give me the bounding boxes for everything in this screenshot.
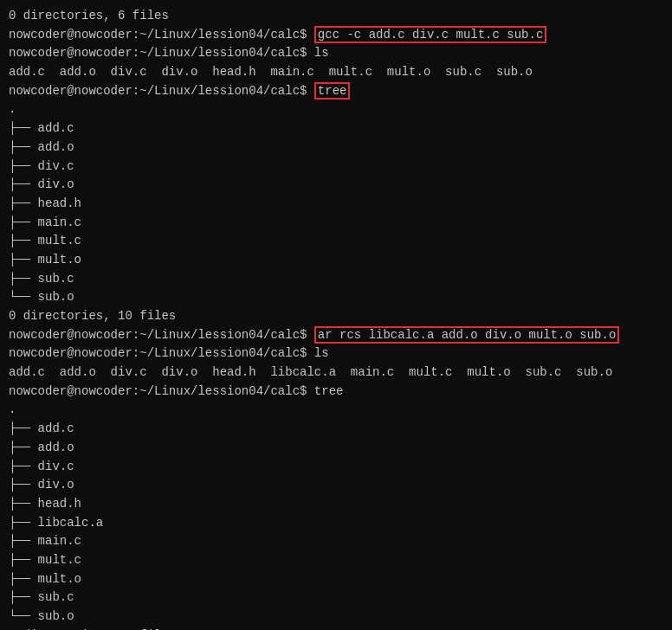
terminal-line: ├── add.o [9, 138, 663, 158]
prompt-text: nowcoder@nowcoder:~/Linux/lession04/calc… [9, 28, 314, 42]
terminal-line: ├── libcalc.a [9, 514, 663, 533]
terminal-line: ├── div.o [9, 176, 663, 195]
highlighted-command: tree [314, 82, 351, 100]
terminal-line: add.c add.o div.c div.o head.h main.c mu… [9, 63, 663, 82]
terminal-line: ├── mult.o [9, 570, 663, 589]
terminal-line: . [9, 100, 663, 119]
terminal-line: ├── mult.c [9, 551, 663, 570]
terminal: 0 directories, 6 filesnowcoder@nowcoder:… [0, 0, 672, 630]
terminal-line: ├── sub.c [9, 588, 663, 608]
terminal-line: ├── add.c [9, 420, 663, 439]
terminal-line: ├── mult.o [9, 251, 663, 270]
terminal-line: ├── main.c [9, 532, 663, 551]
terminal-line: ├── mult.c [9, 232, 663, 251]
terminal-line: ├── div.o [9, 476, 663, 495]
terminal-line: ├── head.h [9, 195, 663, 214]
terminal-line: ├── add.o [9, 439, 663, 458]
prompt-text: nowcoder@nowcoder:~/Linux/lession04/calc… [9, 328, 314, 342]
terminal-line: add.c add.o div.c div.o head.h libcalc.a… [9, 363, 663, 382]
command-text: ls [314, 46, 329, 60]
prompt-text: nowcoder@nowcoder:~/Linux/lession04/calc… [9, 346, 314, 360]
terminal-line: ├── sub.c [9, 270, 663, 289]
prompt-text: nowcoder@nowcoder:~/Linux/lession04/calc… [9, 46, 314, 60]
prompt-text: nowcoder@nowcoder:~/Linux/lession04/calc… [9, 84, 314, 98]
terminal-line: 0 directories, 10 files [9, 307, 663, 326]
terminal-line: nowcoder@nowcoder:~/Linux/lession04/calc… [9, 26, 663, 45]
terminal-line: nowcoder@nowcoder:~/Linux/lession04/calc… [9, 382, 663, 402]
command-text: ls [314, 346, 329, 360]
terminal-line: nowcoder@nowcoder:~/Linux/lession04/calc… [9, 44, 663, 63]
terminal-line: 0 directories, 11 files [9, 627, 663, 630]
highlighted-command: gcc -c add.c div.c mult.c sub.c [314, 26, 546, 43]
terminal-line: ├── div.c [9, 158, 663, 177]
terminal-line: └── sub.o [9, 608, 663, 627]
highlighted-command: ar rcs libcalc.a add.o div.o mult.o sub.… [314, 326, 619, 344]
terminal-line: nowcoder@nowcoder:~/Linux/lession04/calc… [9, 82, 663, 101]
terminal-line: ├── div.c [9, 458, 663, 477]
terminal-line: ├── head.h [9, 495, 663, 514]
terminal-line: nowcoder@nowcoder:~/Linux/lession04/calc… [9, 326, 663, 345]
terminal-line: 0 directories, 6 files [9, 7, 663, 26]
command-text: tree [314, 384, 344, 398]
terminal-line: ├── main.c [9, 214, 663, 233]
terminal-line: nowcoder@nowcoder:~/Linux/lession04/calc… [9, 344, 663, 363]
prompt-text: nowcoder@nowcoder:~/Linux/lession04/calc… [9, 384, 314, 398]
terminal-line: ├── add.c [9, 119, 663, 138]
terminal-line: . [9, 401, 663, 420]
terminal-line: └── sub.o [9, 288, 663, 307]
